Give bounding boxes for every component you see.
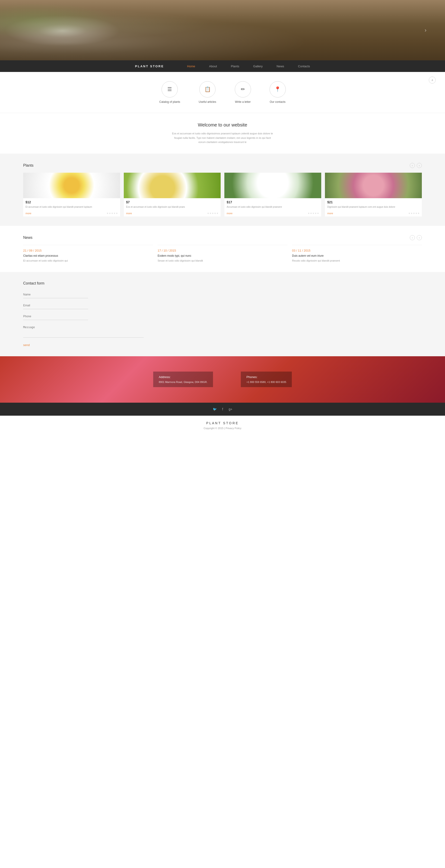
plant-desc-4: Dignissim qui blandit praesent luptaum c… xyxy=(327,205,419,209)
star-3 xyxy=(212,212,214,214)
news-text-1: Et accumsan et iusto odio dignissim qui xyxy=(23,259,153,263)
bottom-footer: PLANT STORE Copyright © 2015 | Privacy P… xyxy=(0,416,445,435)
news-card-2: 17 / 10 / 2015 Eodem modo typi, qui nunc… xyxy=(158,245,287,263)
contact-title: Contact form xyxy=(23,281,422,285)
plant-info-1: $12 Et accumsan et iusto odio dignissim … xyxy=(23,198,120,211)
icon-articles[interactable]: 📋 Useful articles xyxy=(199,81,216,103)
star-4 xyxy=(113,212,115,214)
hero-next-arrow[interactable]: › xyxy=(424,27,426,33)
news-nav-arrows: ‹ › xyxy=(410,235,422,240)
contact-send-button[interactable]: send xyxy=(23,343,30,347)
articles-label: Useful articles xyxy=(199,100,216,103)
twitter-icon[interactable]: 🐦 xyxy=(213,407,217,411)
plant-card-3: $17 Accumsan et iusto odio dignissim qui… xyxy=(225,173,321,217)
nav-plants[interactable]: Plants xyxy=(231,64,239,68)
nav-home[interactable]: Home xyxy=(187,64,195,68)
social-footer: 🐦 f g+ xyxy=(0,403,445,416)
plant-rating-2 xyxy=(207,212,218,214)
news-next-arrow[interactable]: › xyxy=(417,235,422,240)
plant-desc-3: Accumsan et iusto odio dignissim qui bla… xyxy=(227,205,319,209)
plant-footer-3: more xyxy=(225,211,321,217)
plant-rating-1 xyxy=(107,212,118,214)
plant-info-3: $17 Accumsan et iusto odio dignissim qui… xyxy=(225,198,321,211)
plant-more-3[interactable]: more xyxy=(227,212,233,215)
contact-name-input[interactable] xyxy=(23,291,88,298)
catalog-icon: ☰ xyxy=(162,81,178,97)
plant-desc-1: Et accumsan et iusto odio dignissim qui … xyxy=(26,205,118,209)
plant-price-3: $17 xyxy=(227,200,232,204)
star-1 xyxy=(107,212,108,214)
icon-write[interactable]: ✏ Write a letter xyxy=(235,81,251,103)
plants-title: Plants xyxy=(23,163,33,167)
welcome-text: Eos et accumsan et iusto odio dignissimo… xyxy=(172,131,273,144)
icons-section: ∧ ☰ Catalog of plants 📋 Useful articles … xyxy=(0,72,445,113)
address-block: Address: 8901 Marmora Road, Glasgow, D04… xyxy=(153,372,213,387)
plant-card-2: $7 Eos et accumsan et iusto odio digniss… xyxy=(124,173,220,217)
plants-header: Plants ‹ › xyxy=(23,163,422,168)
contact-message-input[interactable] xyxy=(23,324,144,338)
plant-footer-2: more xyxy=(124,211,220,217)
nav-contacts[interactable]: Contacts xyxy=(298,64,310,68)
plant-rating-3 xyxy=(308,212,319,214)
plant-desc-2: Eos et accumsan et iusto odio dignissim … xyxy=(126,205,218,209)
facebook-icon[interactable]: f xyxy=(222,407,223,411)
star-5 xyxy=(317,212,319,214)
news-date-2: 17 / 10 / 2015 xyxy=(158,249,287,252)
nav-about[interactable]: About xyxy=(209,64,217,68)
plant-more-4[interactable]: more xyxy=(327,212,333,215)
phones-value: +1 800 559 6580, +1 800 603 6035 xyxy=(246,381,286,383)
write-icon: ✏ xyxy=(235,81,251,97)
plant-more-1[interactable]: more xyxy=(26,212,31,215)
write-label: Write a letter xyxy=(235,100,251,103)
plant-image-4 xyxy=(325,173,422,198)
contact-email-input[interactable] xyxy=(23,302,88,309)
icon-catalog[interactable]: ☰ Catalog of plants xyxy=(159,81,180,103)
plant-price-2: $7 xyxy=(126,200,130,204)
plant-footer-1: more xyxy=(23,211,120,217)
plants-prev-arrow[interactable]: ‹ xyxy=(410,163,415,168)
news-prev-arrow[interactable]: ‹ xyxy=(410,235,415,240)
news-date-3: 03 / 11 / 2015 xyxy=(292,249,422,252)
news-card-title-2: Eodem modo typi, qui nunc xyxy=(158,254,287,257)
scroll-top-button[interactable]: ∧ xyxy=(429,76,436,84)
news-card-1: 21 / 09 / 2015 Claritas est etiam proces… xyxy=(23,245,153,263)
address-content: Address: 8901 Marmora Road, Glasgow, D04… xyxy=(0,356,445,403)
articles-icon: 📋 xyxy=(199,81,215,97)
star-5 xyxy=(216,212,218,214)
footer-brand: PLANT STORE xyxy=(6,421,439,425)
contacts-icon: 📍 xyxy=(270,81,286,97)
plant-image-3 xyxy=(225,173,321,198)
icon-contacts[interactable]: 📍 Our contacts xyxy=(270,81,286,103)
address-value: 8901 Marmora Road, Glasgow, D04 89GR. xyxy=(159,381,207,383)
phones-block: Phones: +1 800 559 6580, +1 800 603 6035 xyxy=(241,372,292,387)
address-section: Address: 8901 Marmora Road, Glasgow, D04… xyxy=(0,356,445,403)
navbar-brand[interactable]: PLANT STORE xyxy=(135,64,164,68)
plant-image-1 xyxy=(23,173,120,198)
contact-phone-input[interactable] xyxy=(23,313,88,320)
catalog-label: Catalog of plants xyxy=(159,100,180,103)
star-2 xyxy=(209,212,211,214)
news-text-2: Sesan et iusto odio dignissim qui blandi… xyxy=(158,259,287,263)
nav-gallery[interactable]: Gallery xyxy=(253,64,263,68)
star-3 xyxy=(111,212,113,214)
plants-next-arrow[interactable]: › xyxy=(417,163,422,168)
nav-news[interactable]: News xyxy=(276,64,284,68)
news-title: News xyxy=(23,236,32,240)
plant-more-2[interactable]: more xyxy=(126,212,132,215)
navbar: PLANT STORE Home About Plants Gallery Ne… xyxy=(0,60,445,72)
plant-card-1: $12 Et accumsan et iusto odio dignissim … xyxy=(23,173,120,217)
address-label: Address: xyxy=(159,375,207,379)
news-grid: 21 / 09 / 2015 Claritas est etiam proces… xyxy=(23,245,422,263)
phones-label: Phones: xyxy=(246,375,286,379)
news-card-title-1: Claritas est etiam processus xyxy=(23,254,153,257)
star-1 xyxy=(408,212,410,214)
hero-section: › xyxy=(0,0,445,60)
plants-section: Plants ‹ › $12 Et accumsan et iusto odio… xyxy=(0,154,445,226)
plant-rating-4 xyxy=(408,212,419,214)
news-date-1: 21 / 09 / 2015 xyxy=(23,249,153,252)
star-4 xyxy=(214,212,216,214)
googleplus-icon[interactable]: g+ xyxy=(229,407,232,411)
news-header: News ‹ › xyxy=(23,235,422,240)
star-5 xyxy=(418,212,419,214)
welcome-section: Welcome to our website Eos et accumsan e… xyxy=(0,113,445,154)
